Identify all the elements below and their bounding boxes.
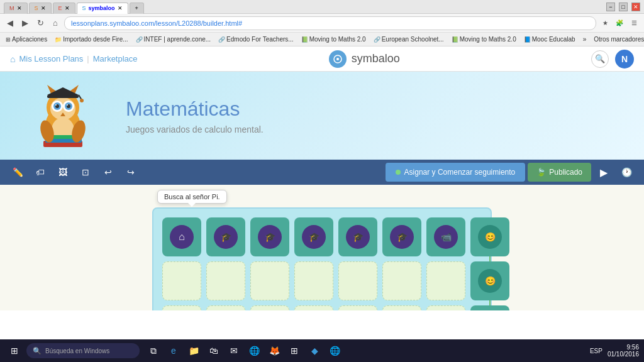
- email-icon[interactable]: ✉: [225, 342, 243, 359]
- grid-cell-3-7[interactable]: [426, 305, 465, 310]
- browser-tab-2[interactable]: S ✕: [29, 3, 52, 14]
- grad-cell-icon-6: 🎓: [390, 225, 414, 249]
- window-controls: − □ ✕: [606, 3, 640, 11]
- apps-icon-task[interactable]: ⊞: [286, 342, 303, 359]
- home-cell-icon: ⌂: [170, 225, 194, 249]
- browser-titlebar: M ✕ S ✕ E ✕ S symbaloo ✕ + − □ ✕: [0, 0, 644, 14]
- maximize-button[interactable]: □: [619, 3, 628, 11]
- grid-cell-1-2[interactable]: 🎓: [206, 217, 245, 256]
- bookmark-aplicaciones[interactable]: ⊞ Aplicaciones: [3, 35, 50, 43]
- grid-cell-1-4[interactable]: 🎓: [294, 217, 333, 256]
- bookmark-more[interactable]: »: [580, 35, 590, 43]
- address-bar[interactable]: lessonplans.symbaloo.com/lesson/L20288/b…: [64, 16, 596, 30]
- taskbar: ⊞ 🔍 Búsqueda en Windows ⧉ e 📁 🛍 ✉ 🌐 🦊 ⊞ …: [0, 339, 644, 362]
- header-separator: |: [87, 54, 89, 63]
- store-icon[interactable]: 🛍: [205, 342, 223, 359]
- grid-cell-2-3[interactable]: [250, 261, 289, 300]
- clock-button[interactable]: 🕐: [616, 162, 636, 182]
- grid-cell-3-6[interactable]: [382, 305, 421, 310]
- taskbar-search-bar[interactable]: 🔍 Búsqueda en Windows: [26, 343, 140, 358]
- extensions-icon[interactable]: 🧩: [613, 17, 626, 30]
- grid-cell-3-4[interactable]: [294, 305, 333, 310]
- refresh-button[interactable]: ↻: [34, 17, 47, 30]
- face-cell-icon-1: 😊: [478, 225, 502, 249]
- redo-button[interactable]: ↪: [121, 162, 141, 182]
- grid-cell-1-6[interactable]: 🎓: [382, 217, 421, 256]
- image-button[interactable]: 🖼: [53, 162, 73, 182]
- tag-button[interactable]: 🏷: [30, 162, 50, 182]
- home-nav-button[interactable]: ⌂: [49, 17, 62, 30]
- bookmark-intef[interactable]: 🔗 INTEF | aprende.cone...: [133, 35, 214, 43]
- bookmark-icon[interactable]: ★: [599, 17, 611, 30]
- crop-button[interactable]: ⊡: [75, 162, 96, 182]
- grid-cell-2-5[interactable]: [338, 261, 377, 300]
- grad-cell-icon-4: 🎓: [302, 225, 326, 249]
- grid-cell-1-8[interactable]: 😊: [470, 217, 509, 256]
- grid-cell-2-1[interactable]: [162, 261, 201, 300]
- edge-icon[interactable]: e: [165, 342, 182, 359]
- bookmark-european[interactable]: 🔗 European Schoolnet...: [370, 35, 447, 43]
- mooc-icon: 📘: [524, 36, 531, 43]
- apps-icon: ⊞: [6, 36, 11, 43]
- grad-cell-icon-3: 🎓: [258, 225, 282, 249]
- grid-cell-2-4[interactable]: [294, 261, 333, 300]
- grid-cell-3-3[interactable]: [250, 305, 289, 310]
- bookmark-maths2[interactable]: 📗 Moving to Maths 2.0: [448, 35, 519, 43]
- link-icon-3: 🔗: [374, 36, 380, 43]
- undo-button[interactable]: ↩: [98, 162, 118, 182]
- marketplace-link[interactable]: Marketplace: [93, 54, 138, 63]
- symbaloo-logo-text: symbaloo: [352, 52, 400, 65]
- bookmarks-bar: ⊞ Aplicaciones 📁 Importado desde Fire...…: [0, 33, 644, 47]
- grid-cell-3-8[interactable]: ⚑: [470, 305, 509, 310]
- dropbox-icon[interactable]: ◆: [306, 342, 323, 359]
- app-header: ⌂ Mis Lesson Plans | Marketplace symbalo…: [0, 47, 644, 72]
- address-text: lessonplans.symbaloo.com/lesson/L20288/b…: [71, 19, 242, 27]
- settings-icon[interactable]: ☰: [628, 17, 640, 30]
- grid-cell-1-5[interactable]: 🎓: [338, 217, 377, 256]
- browser-tab-1[interactable]: M ✕: [4, 3, 28, 14]
- header-search-button[interactable]: 🔍: [591, 50, 609, 68]
- close-button[interactable]: ✕: [631, 3, 640, 11]
- grid-cell-1-7[interactable]: 📹: [426, 217, 465, 256]
- taskbar-search-text: Búsqueda en Windows: [45, 348, 109, 354]
- svg-point-14: [67, 104, 68, 106]
- forward-button[interactable]: ▶: [19, 17, 31, 30]
- published-button[interactable]: 🍃 Publicado: [528, 163, 591, 182]
- browser-tab-5[interactable]: +: [130, 3, 144, 14]
- assign-dot: [396, 170, 401, 175]
- edit-button[interactable]: ✏️: [8, 162, 28, 182]
- v-connector-1: [489, 256, 491, 261]
- video-cell-icon: 📹: [434, 225, 458, 249]
- browser-icon2[interactable]: 🦊: [265, 342, 283, 359]
- browser-tab-active[interactable]: S symbaloo ✕: [77, 3, 128, 14]
- start-button[interactable]: ⊞: [5, 341, 24, 360]
- minimize-button[interactable]: −: [606, 3, 615, 11]
- task-view-button[interactable]: ⧉: [145, 342, 162, 359]
- grid-cell-1-1[interactable]: ⌂: [162, 217, 201, 256]
- grid-cell-2-2[interactable]: [206, 261, 245, 300]
- grid-cell-2-8[interactable]: 😊: [470, 261, 509, 300]
- link-icon-2: 🔗: [218, 36, 225, 43]
- bookmark-maths1[interactable]: 📗 Moving to Maths 2.0: [298, 35, 369, 43]
- user-avatar[interactable]: N: [615, 50, 634, 69]
- explorer-icon[interactable]: 📁: [185, 342, 203, 359]
- grid-cell-3-5[interactable]: [338, 305, 377, 310]
- network-icon-task[interactable]: 🌐: [326, 342, 343, 359]
- chrome-icon[interactable]: 🌐: [245, 342, 263, 359]
- grid-cell-3-1[interactable]: [162, 305, 201, 310]
- bookmark-edmodo[interactable]: 🔗 Edmodo For Teachers...: [215, 35, 297, 43]
- grid-cell-2-6[interactable]: [382, 261, 421, 300]
- bookmark-others[interactable]: Otros marcadores: [591, 35, 644, 43]
- grid-cell-1-3[interactable]: 🎓: [250, 217, 289, 256]
- assign-button[interactable]: Asignar y Comenzar seguimiento: [386, 163, 526, 182]
- my-lesson-plans-link[interactable]: Mis Lesson Plans: [19, 54, 83, 63]
- browser-tab-3[interactable]: E ✕: [53, 3, 75, 14]
- bookmark-mooc[interactable]: 📘 Mooc Educalab: [521, 35, 579, 43]
- play-button[interactable]: ▶: [594, 162, 614, 182]
- grid-cell-2-7[interactable]: [426, 261, 465, 300]
- grid-cell-3-2[interactable]: [206, 305, 245, 310]
- book-icon: 📗: [301, 36, 308, 43]
- bookmark-importado[interactable]: 📁 Importado desde Fire...: [52, 35, 131, 43]
- back-button[interactable]: ◀: [4, 17, 16, 30]
- taskbar-time-display: 9:56: [608, 344, 639, 351]
